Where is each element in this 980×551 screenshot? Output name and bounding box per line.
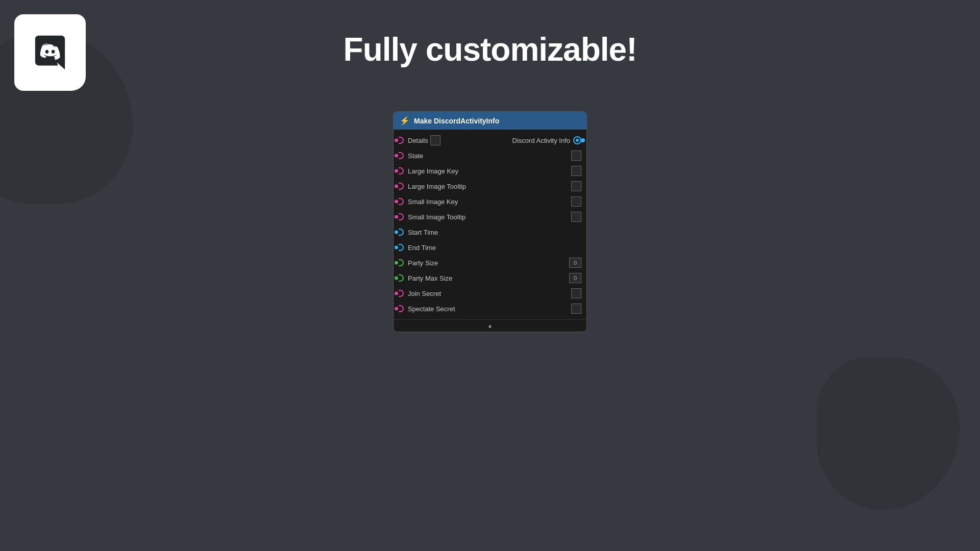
table-row: Join Secret [394,286,586,301]
row-label-party-size: Party Size [408,259,567,267]
spectate-secret-input[interactable] [571,304,581,314]
node-body: Details Discord Activity Info State [394,130,586,319]
small-image-tooltip-input[interactable] [571,212,581,222]
collapse-button[interactable]: ▲ [487,323,493,329]
table-row: Large Image Key [394,163,586,179]
table-row: Small Image Key [394,194,586,209]
node-footer: ▲ [394,319,586,332]
output-pin[interactable] [573,136,581,144]
table-row: Start Time [394,224,586,240]
state-input[interactable] [571,151,581,161]
page-title: Fully customizable! [0,31,980,68]
large-image-key-input[interactable] [571,166,581,176]
details-input[interactable] [430,135,440,145]
join-secret-input[interactable] [571,288,581,298]
node-header-icon: ⚡ [400,116,410,126]
row-label-join-secret: Join Secret [408,290,569,297]
table-row: Small Image Tooltip [394,209,586,224]
row-label-party-max-size: Party Max Size [408,274,567,282]
output-label: Discord Activity Info [512,137,570,144]
row-label-large-image-key: Large Image Key [408,167,569,175]
row-label-start-time: Start Time [408,229,581,236]
row-label-small-image-tooltip: Small Image Tooltip [408,213,569,221]
table-row: End Time [394,240,586,255]
table-row: Party Size 0 [394,255,586,270]
large-image-tooltip-input[interactable] [571,181,581,191]
row-label-state: State [408,152,569,160]
bg-blob-right [817,357,960,510]
row-label-details: Details [408,137,428,144]
party-max-size-input[interactable]: 0 [569,273,581,283]
party-size-input[interactable]: 0 [569,258,581,268]
row-label-large-image-tooltip: Large Image Tooltip [408,183,569,190]
node-header: ⚡ Make DiscordActivityInfo [394,112,586,130]
row-label-end-time: End Time [408,244,581,252]
row-label-small-image-key: Small Image Key [408,198,569,206]
small-image-key-input[interactable] [571,196,581,207]
row-label-spectate-secret: Spectate Secret [408,305,569,313]
table-row: Party Max Size 0 [394,270,586,286]
table-row: Spectate Secret [394,301,586,316]
table-row: State [394,148,586,163]
node-header-title: Make DiscordActivityInfo [414,117,499,125]
node-panel: ⚡ Make DiscordActivityInfo Details Disco… [393,111,587,332]
table-row: Details Discord Activity Info [394,133,586,148]
table-row: Large Image Tooltip [394,179,586,194]
